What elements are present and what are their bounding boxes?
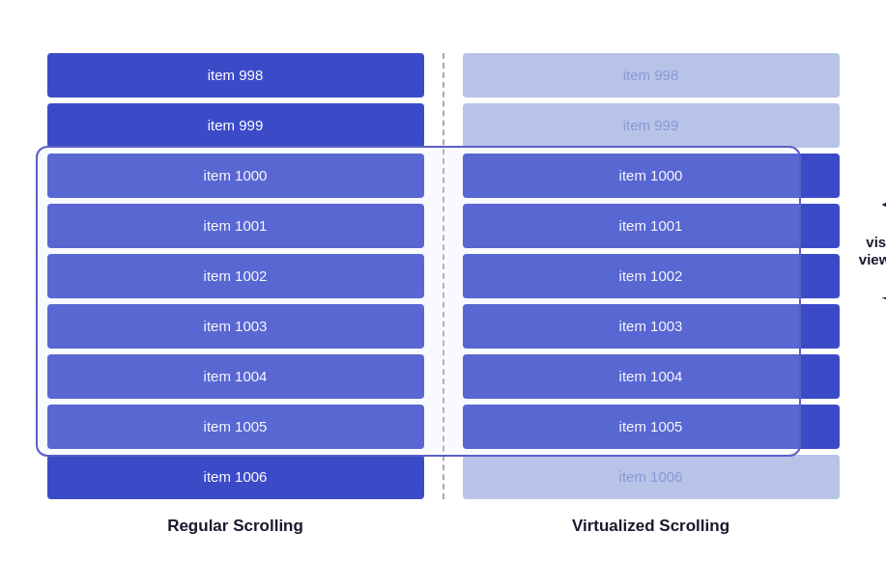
labels-row: Regular Scrolling Virtualized Scrolling [28,517,859,536]
right-column: item 998 item 999 item 1000 item 1001 it… [443,53,859,499]
arrow-down-icon [875,272,886,301]
right-item-998: item 998 [463,53,840,98]
arrow-up-icon [875,201,886,230]
right-item-1005: item 1005 [463,405,840,449]
left-item-1002: item 1002 [47,254,424,298]
viewport-label: visibleviewport [859,201,886,301]
right-item-1001: item 1001 [463,204,840,248]
right-item-1006: item 1006 [463,455,840,499]
right-item-999: item 999 [463,103,840,148]
right-item-1000: item 1000 [463,154,840,198]
right-item-1003: item 1003 [463,304,840,349]
right-item-1004: item 1004 [463,354,840,399]
right-item-1002: item 1002 [463,254,840,298]
left-item-1005: item 1005 [47,405,424,449]
left-item-1001: item 1001 [47,204,424,248]
left-item-1000: item 1000 [47,154,424,198]
left-item-998: item 998 [47,53,424,98]
columns-wrapper: item 998 item 999 item 1000 item 1001 it… [28,53,859,499]
left-column: item 998 item 999 item 1000 item 1001 it… [28,53,443,499]
column-divider [443,53,444,499]
left-label: Regular Scrolling [28,517,443,536]
diagram: item 998 item 999 item 1000 item 1001 it… [28,53,859,536]
right-label: Virtualized Scrolling [443,517,859,536]
left-item-1006: item 1006 [47,455,424,499]
viewport-label-text: visibleviewport [859,234,886,268]
left-item-1003: item 1003 [47,304,424,349]
left-item-1004: item 1004 [47,354,424,399]
left-item-999: item 999 [47,103,424,148]
